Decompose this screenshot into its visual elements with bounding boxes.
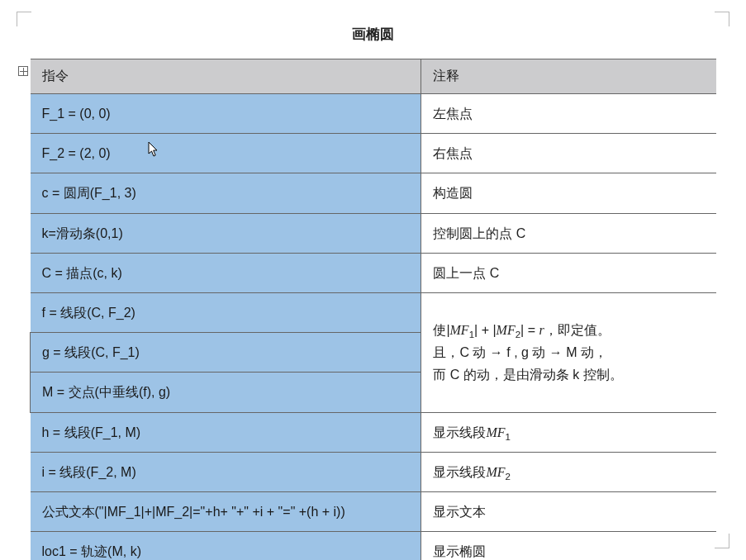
page-title: 画椭圆: [30, 25, 716, 44]
cmd-cell: c = 圆周(F_1, 3): [31, 173, 421, 213]
cmd-cell: 公式文本("|MF_1|+|MF_2|="+h+ "+" +i + "=" +(…: [31, 491, 421, 531]
cmd-cell: F_2 = (2, 0): [31, 134, 421, 173]
note-cell: 右焦点: [421, 134, 716, 173]
table-row: 公式文本("|MF_1|+|MF_2|="+h+ "+" +i + "=" +(…: [31, 491, 717, 531]
header-note: 注释: [421, 59, 716, 94]
merged-note-line-1: 且，C 动 → f , g 动 → M 动，: [433, 341, 705, 363]
table-row: i = 线段(F_2, M) 显示线段MF2: [31, 452, 717, 491]
instruction-table: 指令 注释 F_1 = (0, 0) 左焦点 F_2 = (2, 0) 右焦点 …: [30, 59, 716, 560]
table-anchor-icon[interactable]: [18, 66, 28, 76]
note-cell-merged: 使|MF1| + |MF2| = r，即定值。 且，C 动 → f , g 动 …: [421, 292, 716, 412]
cmd-cell: h = 线段(F_1, M): [31, 412, 421, 452]
note-cell: 显示线段MF1: [421, 412, 716, 452]
table-row: loc1 = 轨迹(M, k) 显示椭圆: [31, 532, 717, 560]
page-corner-br: [715, 534, 729, 548]
table-row: F_1 = (0, 0) 左焦点: [31, 94, 717, 134]
note-cell: 显示文本: [421, 491, 716, 531]
cmd-cell: g = 线段(C, F_1): [31, 333, 421, 373]
table-row: h = 线段(F_1, M) 显示线段MF1: [31, 412, 717, 452]
note-cell: 构造圆: [421, 173, 716, 213]
note-cell: 控制圆上的点 C: [421, 213, 716, 253]
table-row: f = 线段(C, F_2) 使|MF1| + |MF2| = r，即定值。 且…: [31, 292, 717, 332]
note-cell: 左焦点: [421, 94, 716, 134]
table-row: C = 描点(c, k) 圆上一点 C: [31, 253, 717, 292]
cmd-cell: f = 线段(C, F_2): [31, 292, 421, 332]
merged-note-line-0: 使|MF1| + |MF2| = r，即定值。: [433, 319, 705, 341]
note-cell: 圆上一点 C: [421, 253, 716, 292]
merged-note-line-2: 而 C 的动，是由滑动条 k 控制。: [433, 363, 705, 386]
table-row: c = 圆周(F_1, 3) 构造圆: [31, 173, 717, 213]
cmd-cell: loc1 = 轨迹(M, k): [31, 532, 421, 560]
note-cell: 显示线段MF2: [421, 452, 716, 491]
cmd-cell: M = 交点(中垂线(f), g): [31, 373, 421, 412]
cmd-cell: i = 线段(F_2, M): [31, 452, 421, 491]
cmd-cell: k=滑动条(0,1): [31, 213, 421, 253]
table-header: 指令 注释: [31, 59, 717, 94]
table-row: k=滑动条(0,1) 控制圆上的点 C: [31, 213, 717, 253]
cmd-cell: F_1 = (0, 0): [31, 94, 421, 134]
header-cmd: 指令: [31, 59, 421, 94]
page-corner-tl: [17, 12, 31, 26]
page-corner-tr: [715, 12, 729, 26]
note-cell: 显示椭圆: [421, 532, 716, 560]
table-row: F_2 = (2, 0) 右焦点: [31, 134, 717, 173]
cmd-cell: C = 描点(c, k): [31, 253, 421, 292]
